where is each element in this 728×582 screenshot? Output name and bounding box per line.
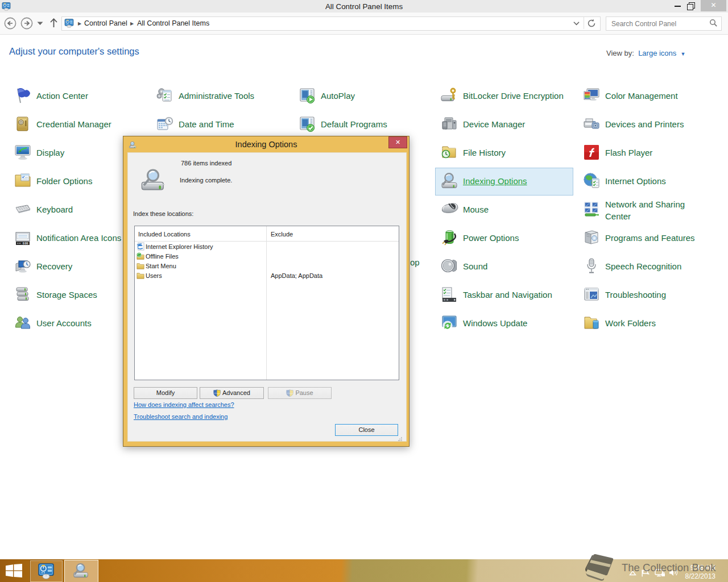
svg-text:0:00: 0:00 (23, 242, 28, 245)
